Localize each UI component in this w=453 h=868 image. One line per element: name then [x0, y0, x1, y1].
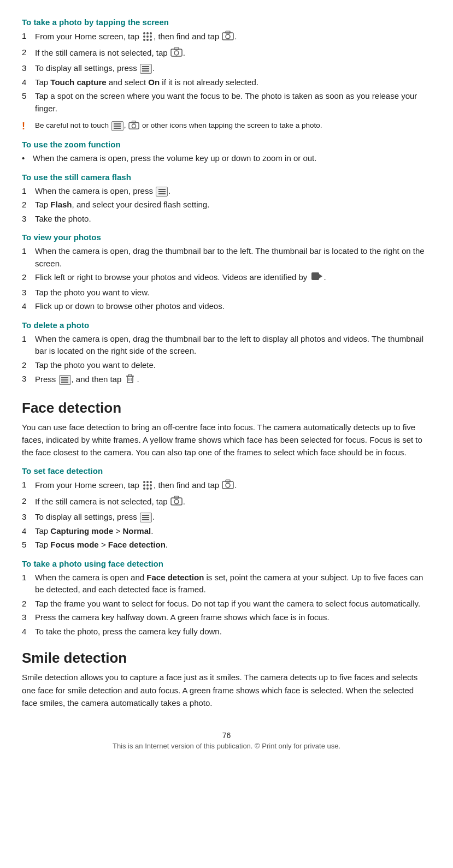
svg-rect-18 [311, 272, 319, 280]
svg-point-8 [150, 39, 152, 41]
section-delete-photo: To delete a photo 1 When the camera is o… [22, 320, 431, 388]
page-number: 76 [22, 731, 431, 740]
list-item: 2 Tap the frame you want to select for f… [22, 598, 431, 610]
still-camera-icon [170, 495, 183, 510]
svg-point-27 [150, 481, 152, 483]
svg-point-35 [226, 483, 230, 487]
numbered-list-flash: 1 When the camera is open, press . 2 Tap… [22, 185, 431, 225]
list-item: 1 When the camera is open, drag the thum… [22, 333, 431, 358]
list-item: • When the camera is open, press the vol… [22, 152, 431, 165]
apps-icon [142, 480, 153, 492]
note-block-tapping: ! Be careful not to touch , or other ico… [22, 120, 431, 132]
numbered-list-view-photos: 1 When the camera is open, drag the thum… [22, 245, 431, 313]
note-text: Be careful not to touch , or other icons… [35, 120, 322, 132]
svg-rect-11 [226, 31, 230, 33]
page-footer: 76 This is an Internet version of this p… [22, 731, 431, 750]
svg-rect-17 [132, 121, 136, 123]
section-view-photos: To view your photos 1 When the camera is… [22, 233, 431, 313]
section-heading-view-photos: To view your photos [22, 233, 431, 242]
svg-point-1 [146, 32, 149, 34]
list-item: 3 Tap the photo you want to view. [22, 287, 431, 299]
section-heading-delete-photo: To delete a photo [22, 320, 431, 330]
list-item: 2 Tap the photo you want to delete. [22, 359, 431, 372]
numbered-list-tapping: 1 From your Home screen, tap , then find… [22, 30, 431, 115]
list-item: 5 Tap a spot on the screen where you wan… [22, 90, 431, 115]
svg-point-26 [146, 481, 149, 483]
copyright-text: This is an Internet version of this publ… [22, 742, 431, 750]
section-smile-detection: Smile detection Smile detection allows y… [22, 650, 431, 709]
section-zoom: To use the zoom function • When the came… [22, 140, 431, 165]
menu-icon-note [111, 121, 123, 131]
list-item: 2 Flick left or right to browse your pho… [22, 271, 431, 285]
list-item: 3 Take the photo. [22, 213, 431, 225]
svg-marker-19 [319, 274, 322, 278]
svg-point-25 [143, 481, 145, 483]
numbered-list-take-photo-face-detection: 1 When the camera is open and Face detec… [22, 572, 431, 638]
list-item: 4 Tap Capturing mode > Normal. [22, 525, 431, 538]
list-item: 4 Flick up or down to browse other photo… [22, 300, 431, 313]
section-heading-tapping: To take a photo by tapping the screen [22, 17, 431, 27]
section-heading-set-face-detection: To set face detection [22, 466, 431, 475]
menu-icon [140, 64, 152, 74]
video-icon [311, 271, 323, 285]
main-heading-face-detection: Face detection [22, 400, 431, 417]
svg-point-16 [132, 124, 136, 128]
section-heading-flash: To use the still camera flash [22, 173, 431, 182]
list-item: 1 When the camera is open, press . [22, 185, 431, 198]
svg-point-4 [146, 35, 149, 38]
list-item: 2 Tap Flash, and select your desired fla… [22, 199, 431, 211]
list-item: 2 If the still camera is not selected, t… [22, 495, 431, 510]
warning-icon: ! [22, 121, 31, 132]
svg-point-10 [226, 34, 230, 39]
still-camera-icon [170, 46, 183, 61]
numbered-list-delete-photo: 1 When the camera is open, drag the thum… [22, 333, 431, 388]
list-item: 3 To display all settings, press . [22, 62, 431, 75]
list-item: 1 From your Home screen, tap , then find… [22, 30, 431, 45]
list-item: 1 When the camera is open, drag the thum… [22, 245, 431, 270]
svg-point-30 [150, 484, 152, 486]
menu-icon [140, 513, 152, 522]
list-item: 3 Press the camera key halfway down. A g… [22, 611, 431, 624]
apps-icon [142, 31, 153, 44]
svg-rect-20 [127, 376, 133, 383]
section-flash: To use the still camera flash 1 When the… [22, 173, 431, 225]
svg-point-2 [150, 32, 152, 34]
svg-point-5 [150, 35, 152, 38]
svg-point-7 [146, 39, 149, 41]
svg-point-13 [174, 51, 179, 55]
camera-icon-note [128, 120, 139, 132]
list-item: 4 To take the photo, press the camera ke… [22, 626, 431, 638]
section-heading-take-photo-face-detection: To take a photo using face detection [22, 559, 431, 568]
camera-icon [222, 479, 234, 494]
list-item: 1 From your Home screen, tap , then find… [22, 479, 431, 494]
list-item: 3 To display all settings, press . [22, 511, 431, 524]
section-take-photo-tapping: To take a photo by tapping the screen 1 … [22, 17, 431, 132]
svg-rect-39 [174, 496, 179, 498]
svg-point-29 [146, 484, 149, 486]
svg-rect-14 [174, 47, 179, 50]
svg-point-31 [143, 487, 145, 490]
menu-icon [156, 187, 168, 197]
section-face-detection: Face detection You can use face detectio… [22, 400, 431, 638]
face-detection-body: You can use face detection to bring an o… [22, 421, 431, 459]
svg-point-0 [143, 32, 145, 34]
smile-detection-body: Smile detection allows you to capture a … [22, 671, 431, 709]
camera-icon [222, 30, 234, 45]
list-item: 3 Press , and then tap . [22, 373, 431, 388]
svg-point-38 [174, 500, 179, 504]
list-item: 2 If the still camera is not selected, t… [22, 46, 431, 61]
svg-rect-22 [128, 374, 132, 376]
svg-point-28 [143, 484, 145, 486]
bullet-list-zoom: • When the camera is open, press the vol… [22, 152, 431, 165]
menu-icon [59, 375, 71, 385]
list-item: 1 When the camera is open and Face detec… [22, 572, 431, 596]
section-heading-zoom: To use the zoom function [22, 140, 431, 149]
svg-rect-36 [226, 480, 230, 482]
trash-icon [125, 373, 136, 388]
list-item: 4 Tap Touch capture and select On if it … [22, 76, 431, 89]
list-item: 5 Tap Focus mode > Face detection. [22, 539, 431, 551]
svg-point-33 [150, 487, 152, 490]
svg-point-32 [146, 487, 149, 490]
main-heading-smile-detection: Smile detection [22, 650, 431, 667]
svg-point-3 [143, 35, 145, 38]
